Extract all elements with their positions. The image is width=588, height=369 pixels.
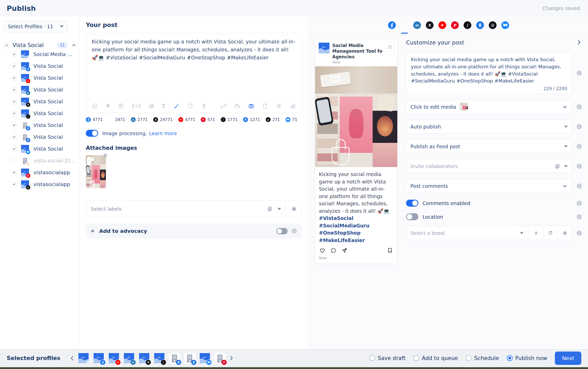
variables-icon[interactable]: {+} — [132, 104, 141, 108]
grid-view-button[interactable] — [385, 42, 395, 52]
profile-checkbox-unchecked[interactable] — [11, 158, 17, 163]
image-processing-toggle[interactable] — [86, 130, 98, 137]
selected-profile-pinterest[interactable] — [214, 353, 226, 364]
selected-profile-google-business[interactable] — [169, 353, 180, 364]
profile-row-facebook[interactable]: Vista Social — [4, 60, 76, 72]
share-icon[interactable] — [341, 247, 348, 254]
tab-x[interactable] — [426, 20, 434, 34]
profile-row-analytics[interactable]: vista-social-320412 — [4, 155, 76, 167]
comments-enabled-toggle[interactable] — [406, 200, 418, 207]
profile-checkbox[interactable] — [11, 63, 17, 69]
selected-profile-x[interactable] — [139, 353, 150, 364]
profile-checkbox[interactable] — [11, 170, 17, 175]
comment-icon[interactable] — [330, 247, 337, 254]
profile-checkbox[interactable] — [11, 99, 17, 104]
schedule-option[interactable]: Schedule — [466, 355, 499, 361]
link-icon[interactable] — [220, 103, 227, 109]
chevron-down-icon[interactable] — [278, 208, 281, 210]
profile-checkbox[interactable] — [11, 123, 17, 128]
publish-now-radio[interactable] — [507, 355, 513, 361]
publish-now-option[interactable]: Publish now — [507, 355, 547, 361]
chevron-down-icon[interactable] — [562, 183, 568, 189]
location-toggle[interactable] — [406, 213, 418, 220]
chevron-up-icon[interactable] — [71, 43, 76, 48]
post-text[interactable]: Kicking your social media game up a notc… — [92, 38, 296, 62]
boost-settings-button[interactable] — [557, 226, 572, 240]
profile-checkbox[interactable] — [11, 134, 17, 140]
document-icon[interactable] — [262, 103, 268, 109]
labels-settings-button[interactable] — [286, 201, 302, 217]
profile-checkbox[interactable] — [11, 75, 17, 81]
profile-row-google-business[interactable]: Vista Social — [4, 119, 76, 131]
selected-profile-linkedin[interactable] — [123, 353, 135, 364]
select-profiles-dropdown[interactable]: Select Profiles · 11 — [4, 21, 68, 32]
selected-profile-facebook[interactable] — [93, 353, 104, 364]
profile-row-instagram[interactable]: Social Media Managem... — [4, 48, 76, 60]
profile-row-youtube[interactable]: Vista Social — [4, 72, 76, 84]
text-format-icon[interactable]: T — [162, 103, 166, 109]
select-boost-field[interactable]: Select a boost — [406, 226, 572, 240]
profile-row-pinterest[interactable]: vistasocialapp — [4, 167, 76, 178]
tab-threads[interactable] — [489, 20, 497, 34]
expand-panel-icon[interactable] — [576, 39, 582, 46]
camera-icon[interactable] — [248, 103, 254, 109]
post-editor[interactable]: Kicking your social media game up a notc… — [86, 33, 302, 113]
bookmark-icon[interactable] — [387, 247, 393, 254]
profile-checkbox[interactable] — [11, 87, 17, 93]
saved-captions-icon[interactable] — [118, 103, 124, 109]
profile-row-linkedin[interactable]: Vista Social — [4, 84, 76, 96]
media-thumbnail[interactable] — [460, 103, 468, 111]
copy-labels-icon[interactable] — [267, 206, 273, 212]
group-checkbox[interactable] — [4, 43, 9, 48]
hashtag-icon[interactable]: # — [106, 103, 110, 109]
scroll-left-icon[interactable] — [69, 355, 75, 361]
profile-row-x[interactable]: Vista Social — [4, 96, 76, 107]
video-icon[interactable] — [234, 103, 241, 109]
drag-handle[interactable] — [87, 157, 91, 165]
signature-icon[interactable] — [201, 103, 207, 109]
select-labels-field[interactable]: Select labels — [86, 200, 302, 217]
tab-linkedin[interactable] — [413, 20, 421, 34]
selected-profile-instagram[interactable] — [78, 353, 89, 364]
tab-pinterest[interactable] — [451, 20, 459, 34]
tab-google-business[interactable] — [476, 20, 484, 34]
selected-profile-youtube[interactable] — [108, 353, 120, 364]
selected-profile-google-business[interactable] — [184, 353, 195, 364]
profile-checkbox[interactable] — [11, 182, 17, 187]
ai-wand-icon[interactable] — [173, 103, 180, 109]
shield-icon[interactable] — [187, 103, 194, 109]
copy-icon[interactable] — [554, 163, 561, 169]
mention-icon[interactable]: @ — [149, 103, 154, 109]
attached-image-thumbnail[interactable]: × — [86, 155, 106, 188]
schedule-radio[interactable] — [466, 355, 472, 361]
selected-profile-bluesky[interactable] — [199, 353, 210, 364]
auto-publish-select[interactable]: Auto publish — [406, 119, 572, 134]
profile-checkbox[interactable] — [11, 111, 17, 116]
emoji-icon[interactable] — [92, 103, 98, 109]
chart-icon[interactable] — [290, 103, 296, 109]
scroll-right-icon[interactable] — [228, 355, 234, 361]
tab-youtube[interactable] — [438, 20, 446, 34]
customized-caption-box[interactable]: Kicking your social media game up a notc… — [406, 52, 572, 94]
add-boost-button[interactable] — [529, 226, 543, 240]
profile-row-threads[interactable]: vistasocialapp — [4, 178, 76, 190]
tab-bluesky[interactable] — [501, 20, 509, 34]
add-to-queue-radio[interactable] — [413, 355, 419, 361]
profile-row-google-business[interactable]: Vista Social — [4, 131, 76, 143]
profile-checkbox[interactable] — [11, 52, 17, 57]
tab-tiktok[interactable] — [464, 20, 471, 34]
next-button[interactable]: Next — [555, 352, 581, 365]
profile-row-bluesky[interactable]: Vista Social — [4, 143, 76, 155]
save-draft-option[interactable]: Save draft — [369, 355, 406, 361]
profile-row-tiktok[interactable]: Vista Social — [4, 107, 76, 119]
learn-more-link[interactable]: Learn more — [149, 131, 177, 136]
advocacy-toggle[interactable] — [276, 228, 288, 234]
profile-group-header[interactable]: Vista Social 11 — [4, 42, 76, 48]
save-draft-radio[interactable] — [369, 355, 375, 361]
tab-facebook[interactable] — [388, 20, 396, 34]
profile-checkbox[interactable] — [11, 146, 17, 152]
refresh-boost-button[interactable] — [543, 226, 557, 240]
feed-post-select[interactable]: Publish as Feed post — [406, 139, 572, 153]
post-comments-field[interactable]: Post comments — [406, 179, 572, 193]
blend-icon[interactable] — [276, 103, 282, 109]
